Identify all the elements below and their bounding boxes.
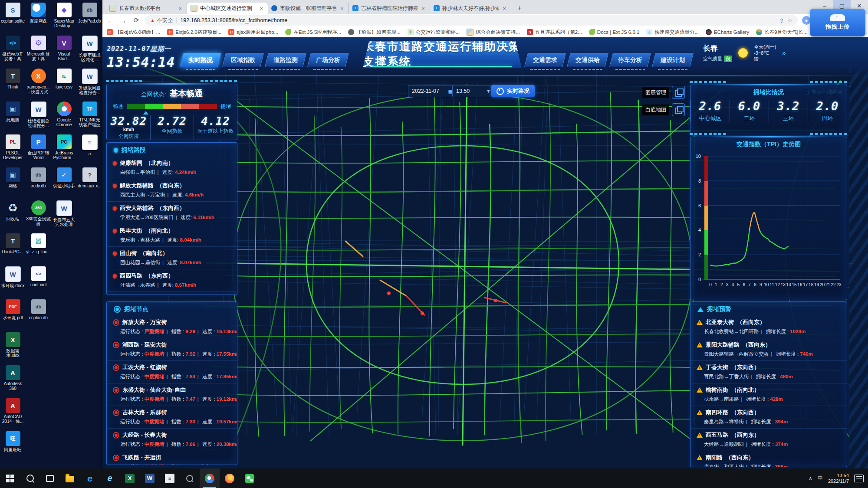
desktop-icon[interactable]: ◆ SuperMap Desktop...	[51, 3, 77, 36]
taskbar-app-button[interactable]	[200, 468, 220, 488]
nav-button[interactable]: 建设计划	[654, 53, 692, 67]
desktop-icon[interactable]: W 升级版问题检查报告...	[77, 69, 102, 102]
node-list-item[interactable]: 工农大路 - 红旗街 运行状态 : 中度拥堵| 指数 : 7.84| 速度 : …	[107, 361, 237, 383]
node-list-item[interactable]: 解放大路 - 万宝街 运行状态 : 严重拥堵| 指数 : 8.29| 速度 : …	[107, 316, 237, 338]
node-list-item[interactable]: 湖西路 - 延安大街 运行状态 : 中度拥堵| 指数 : 7.92| 速度 : …	[107, 338, 237, 361]
desktop-icon[interactable]: W 杜绝短副总经理挖分...	[26, 102, 51, 134]
taskbar-app-button[interactable]	[240, 468, 260, 488]
nav-button[interactable]: 交通供给	[569, 53, 607, 67]
tab-close-icon[interactable]: ×	[177, 5, 183, 12]
taskbar-app-button[interactable]	[60, 468, 80, 488]
taskbar-app-button[interactable]	[0, 468, 20, 488]
desktop-icon[interactable]: 旺 阿里旺旺	[0, 431, 26, 464]
warning-list-item[interactable]: 榆树南街（南向北） 扶余路→南果路| 拥堵长度 : 428m	[690, 383, 847, 406]
layer-manager-button[interactable]: 图层管理	[642, 86, 685, 99]
node-list-item[interactable]: 大经路 - 长春大街 运行状态 : 中度拥堵| 指数 : 7.06| 速度 : …	[107, 429, 237, 451]
taskbar-app-button[interactable]: X	[120, 468, 140, 488]
base-map-button[interactable]: 白底地图	[642, 103, 685, 116]
desktop-icon[interactable]: X 数据需求.xlsx	[0, 332, 26, 365]
desktop-icon[interactable]: ▨ yt_z_g_tuc...	[26, 233, 51, 266]
desktop-icon[interactable]: Google Chrome	[51, 102, 77, 134]
desktop-icon[interactable]: </> 微信web开发者工具	[0, 36, 26, 69]
bookmark-item[interactable]: C ajax调用返回php...	[228, 29, 278, 36]
desktop-icon[interactable]: ▣ 网络	[0, 167, 26, 200]
taskbar-clock[interactable]: 13:54 2022/11/7	[828, 473, 849, 484]
warning-list-item[interactable]: 北亚泰大街（西向东） 长春北收费站→北四环路| 拥堵长度 : 1028m	[690, 316, 847, 338]
taskbar-app-button[interactable]	[220, 468, 240, 488]
browser-tab[interactable]: 市政设施一张图管理平台 ×	[268, 3, 349, 14]
address-bar[interactable]: ▲ 不安全 192.168.253.31:8085/lts/cc_fcd/hom…	[145, 15, 798, 26]
share-icon[interactable]: ⇪	[779, 17, 784, 24]
desktop-icon[interactable]: ? dem.aux.x...	[77, 167, 102, 200]
desktop-icon[interactable]: X xampp-co... - 快捷方式	[26, 69, 51, 102]
taskbar-app-button[interactable]: ≡	[160, 468, 180, 488]
desktop-icon[interactable]: P 金山PDF转Word	[26, 134, 51, 167]
nav-button[interactable]: 道路监测	[266, 53, 305, 67]
desktop-icon[interactable]: S ccplan.sqlite	[0, 3, 26, 36]
road-list-item[interactable]: 西四马路（东向西） 汪清路→永春路| 速度: 8.67km/h	[107, 269, 237, 292]
desktop-icon[interactable]: 百度网盘	[26, 3, 51, 36]
bookmark-item[interactable]: 在Ext JS 5应用程序...	[285, 29, 341, 36]
desktop-icon[interactable]: ≡ a	[77, 134, 102, 167]
reload-button[interactable]: ⟳	[132, 16, 141, 24]
nav-button[interactable]: 交通需求	[526, 53, 564, 67]
url-text[interactable]: 192.168.253.31:8085/lts/cc_fcd/home#home	[180, 17, 776, 23]
map-date-picker[interactable]: 2022-11-07▦	[408, 85, 457, 97]
back-button[interactable]: ←	[106, 17, 115, 24]
warning-list-item[interactable]: 南四环路（东向西） 秦皇岛路→祥禄街| 拥堵长度 : 394m	[690, 406, 847, 429]
tray-chevron-icon[interactable]: ∧	[809, 475, 812, 481]
taskbar-app-button[interactable]: e	[100, 468, 120, 488]
bookmark-item[interactable]: ✳ 公交运行监测和评...	[408, 29, 460, 36]
node-list-item[interactable]: 吉林大路 - 乐群街 运行状态 : 中度拥堵| 指数 : 7.33| 速度 : …	[107, 406, 237, 429]
new-tab-button[interactable]: +	[514, 3, 525, 14]
tab-close-icon[interactable]: ×	[258, 5, 264, 12]
warning-list-item[interactable]: 丁香大街（东向西） 育民北路→丁香大街| 拥堵长度 : 480m	[690, 361, 847, 383]
desktop-icon[interactable]: db JcdyPad.db	[77, 3, 102, 36]
node-list-item[interactable]: 东盛大街 - 仙台大街-自由 运行状态 : 中度拥堵| 指数 : 7.47| 速…	[107, 383, 237, 406]
map-time-select[interactable]: 13:50▼	[452, 85, 495, 97]
desktop-icon[interactable]: ✓ 认证小助手	[51, 167, 77, 200]
taskbar-app-button[interactable]	[40, 468, 60, 488]
desktop-icon[interactable]: db xcdy.db	[26, 167, 51, 200]
desktop-icon[interactable]: 360 360安全浏览器	[26, 200, 51, 233]
desktop-icon[interactable]: a, layer.csv	[51, 69, 77, 102]
desktop-icon[interactable]: A Autodesk 360	[0, 365, 26, 398]
warning-list-item[interactable]: 西五马路（西向东） 大经路→通顺胡同| 拥堵长度 : 374m	[690, 429, 847, 451]
bookmark-item[interactable]: S 五月连载系列（第2...	[527, 29, 582, 36]
taskbar-app-button[interactable]: W	[140, 468, 160, 488]
taskbar-app-button[interactable]: e	[80, 468, 100, 488]
browser-tab[interactable]: + 孙少林大夫好不好,孙少林大夫怎... ×	[430, 3, 511, 14]
road-list-item[interactable]: 东四条街（北向南） 长白路→黑水路| 速度: 8.68km/h	[107, 292, 237, 295]
desktop-icon[interactable]: ▣ 此电脑	[0, 102, 26, 134]
tab-close-icon[interactable]: ×	[501, 5, 507, 12]
nav-button[interactable]: 广场分析	[309, 53, 347, 67]
desktop-icon[interactable]: A AutoCAD 2014 - 简...	[0, 398, 26, 431]
taskbar-app-button[interactable]	[180, 468, 200, 488]
tab-close-icon[interactable]: ×	[339, 5, 345, 12]
nav-button[interactable]: 停车分析	[611, 53, 649, 67]
desktop-icon[interactable]: T Think-PC-...	[0, 233, 26, 266]
weather-chevron-icon[interactable]: »	[782, 49, 786, 56]
nav-button[interactable]: 实时路况	[181, 53, 220, 67]
bookmark-item[interactable]: C Extjs6.2.0搭建项目...	[167, 29, 221, 36]
bookmark-item[interactable]: 【前沿】如何实现...	[348, 29, 401, 36]
road-list-item[interactable]: 解放大路辅路（西向东） 西民主大街→万宝街| 速度: 4.6km/h	[107, 179, 237, 202]
desktop-icon[interactable]: TP TP-LINK无线客户端应用...	[77, 102, 102, 134]
tab-close-icon[interactable]: ×	[420, 5, 426, 12]
desktop-icon[interactable]: PL PLSQL Developer	[0, 134, 26, 167]
taskbar-app-button[interactable]	[20, 468, 40, 488]
browser-tab[interactable]: + 吉林省肿瘤医院治疗肺癌怎么样_ ×	[349, 3, 430, 14]
road-list-item[interactable]: 健康胡同（北向南） 白强街→平治街| 速度: 4.24km/h	[107, 157, 237, 179]
desktop-icon[interactable]: W 水环境.docx	[0, 266, 26, 299]
action-center-icon[interactable]	[854, 475, 864, 482]
desktop-icon[interactable]: PC JetBrains PyCharm...	[51, 134, 77, 167]
forward-button[interactable]: →	[119, 17, 128, 24]
node-list-item[interactable]: 飞跃路 - 开运街 运行状态 : 中度拥堵| 指数 : 6.8| 速度 : 21…	[107, 451, 237, 465]
bookmark-item[interactable]: 综合会商决策支持...	[467, 29, 520, 36]
upload-widget[interactable]: 拖拽上传	[810, 9, 865, 36]
desktop-icon[interactable]: <> conf.xml	[26, 266, 51, 299]
desktop-icon[interactable]: V Visual Stud...	[51, 36, 77, 69]
desktop-icon[interactable]: db ccplan.db	[26, 299, 51, 332]
road-list-item[interactable]: 西安大路辅路（东向西） 学府大道→208医院南门| 速度: 6.11km/h	[107, 202, 237, 224]
desktop-icon[interactable]: PDF 水环境.pdf	[0, 299, 26, 332]
